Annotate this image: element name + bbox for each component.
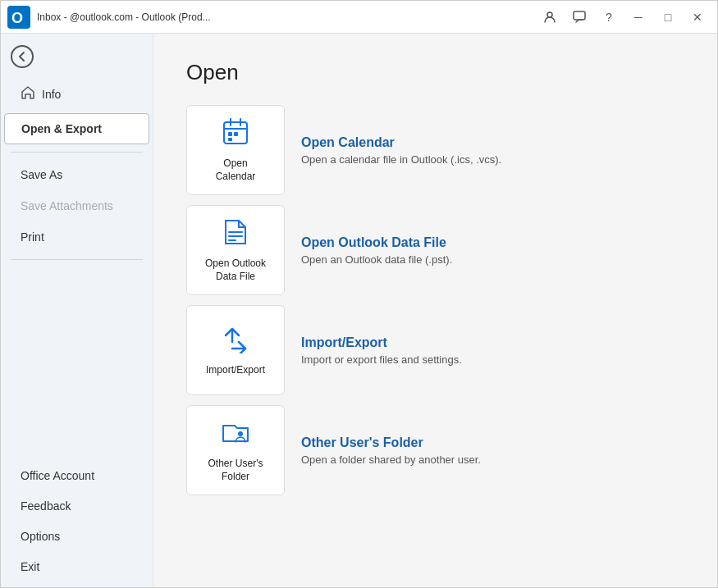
open-calendar-label: OpenCalendar [216,157,256,183]
other-user-folder-title: Other User's Folder [301,435,684,450]
open-data-file-info: Open Outlook Data File Open an Outlook d… [301,235,684,266]
sidebar-item-save-as-label: Save As [21,168,62,181]
sidebar-item-exit[interactable]: Exit [4,552,149,581]
other-user-folder-desc: Open a folder shared by another user. [301,454,684,466]
open-data-file-title: Open Outlook Data File [301,235,684,250]
help-icon-btn[interactable]: ? [596,4,622,30]
cards-list: OpenCalendar Open Calendar Open a calend… [186,105,684,495]
window-title: Inbox - @outlook.com - Outlook (Prod... [37,11,537,23]
other-user-folder-info: Other User's Folder Open a folder shared… [301,435,684,466]
home-icon [21,85,35,103]
maximize-btn[interactable]: □ [655,4,681,30]
svg-rect-10 [228,138,232,141]
minimize-label: ─ [634,11,643,24]
office-account-label: Office Account [21,469,94,482]
open-calendar-button[interactable]: OpenCalendar [186,105,285,195]
import-export-desc: Import or export files and settings. [301,353,684,366]
sidebar-item-save-attachments: Save Attachments [4,191,149,221]
exit-label: Exit [21,560,39,573]
sidebar-bottom: Office Account Feedback Options Exit [1,460,153,588]
import-export-button[interactable]: Import/Export [186,305,285,395]
import-export-title: Import/Export [301,335,684,350]
window-controls: ? ─ □ ✕ [537,4,711,30]
calendar-icon [221,117,250,151]
sidebar-item-open-export[interactable]: Open & Export [4,113,149,144]
sidebar-item-options[interactable]: Options [4,522,149,551]
sidebar-item-open-export-label: Open & Export [21,122,102,135]
open-data-file-desc: Open an Outlook data file (.pst). [301,253,684,266]
person-icon-btn[interactable] [537,4,563,30]
help-label: ? [606,11,612,24]
import-export-icon [221,324,250,358]
svg-point-2 [547,12,552,17]
data-file-icon [221,217,250,251]
card-row-open-data-file: Open OutlookData File Open Outlook Data … [186,205,684,295]
import-export-label: Import/Export [206,364,265,377]
options-label: Options [21,530,60,543]
import-export-info: Import/Export Import or export files and… [301,335,684,366]
sidebar-item-save-as[interactable]: Save As [4,160,149,189]
sidebar-item-feedback[interactable]: Feedback [4,491,149,521]
open-calendar-info: Open Calendar Open a calendar file in Ou… [301,135,684,166]
svg-text:O: O [11,10,23,26]
close-label: ✕ [693,11,702,24]
sidebar-item-info[interactable]: Info [4,77,149,112]
back-button[interactable] [1,40,153,73]
page-title: Open [186,60,684,85]
titlebar: O Inbox - @outlook.com - Outlook (Prod..… [1,1,717,34]
other-user-folder-button[interactable]: Other User'sFolder [186,405,285,495]
sidebar-item-office-account[interactable]: Office Account [4,461,149,490]
minimize-btn[interactable]: ─ [625,4,652,30]
svg-rect-3 [574,11,585,20]
open-data-file-label: Open OutlookData File [205,258,266,283]
open-data-file-button[interactable]: Open OutlookData File [186,205,285,295]
sidebar-divider-1 [11,152,143,153]
sidebar-item-info-label: Info [42,88,61,101]
svg-rect-9 [234,132,238,136]
chat-icon-btn[interactable] [566,4,592,30]
other-user-folder-label: Other User'sFolder [208,458,263,483]
sidebar-divider-2 [11,259,143,260]
main-content: Open Op [153,34,717,588]
open-calendar-title: Open Calendar [301,135,684,150]
sidebar: Info Open & Export Save As Save Attachme… [1,34,153,588]
close-btn[interactable]: ✕ [684,4,711,30]
feedback-label: Feedback [21,499,71,513]
card-row-open-calendar: OpenCalendar Open Calendar Open a calend… [186,105,684,195]
svg-rect-8 [228,132,232,136]
app-logo: O [7,6,30,29]
app-body: Info Open & Export Save As Save Attachme… [1,34,717,588]
back-icon [11,45,34,68]
card-row-other-user-folder: Other User'sFolder Other User's Folder O… [186,405,684,495]
sidebar-item-print-label: Print [21,230,44,244]
sidebar-item-print[interactable]: Print [4,222,149,252]
open-calendar-desc: Open a calendar file in Outlook (.ics, .… [301,153,684,166]
user-folder-icon [221,417,250,451]
maximize-label: □ [665,11,671,24]
sidebar-item-save-attachments-label: Save Attachments [21,199,113,212]
svg-point-16 [238,431,243,436]
card-row-import-export: Import/Export Import/Export Import or ex… [186,305,684,395]
